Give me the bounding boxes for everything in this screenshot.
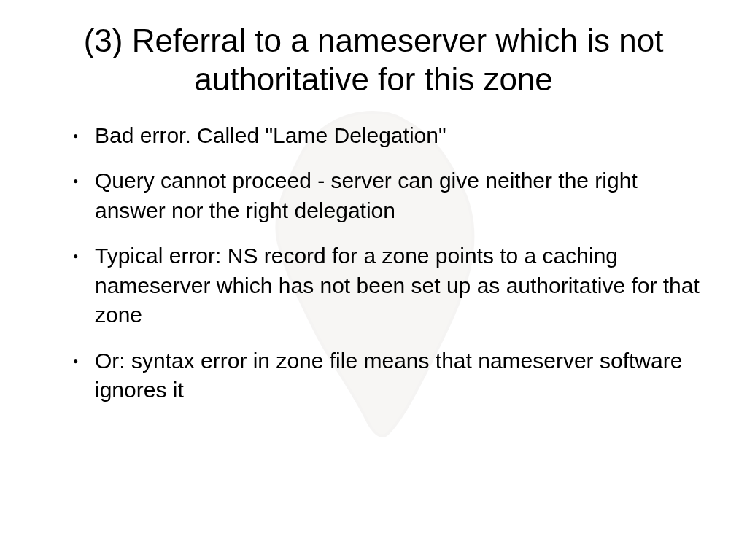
bullet-item: Bad error. Called "Lame Delegation" [73, 121, 703, 151]
bullet-item: Query cannot proceed - server can give n… [73, 166, 703, 225]
bullet-list: Bad error. Called "Lame Delegation" Quer… [44, 121, 703, 405]
slide-content: (3) Referral to a nameserver which is no… [0, 0, 747, 451]
bullet-item: Typical error: NS record for a zone poin… [73, 241, 703, 330]
slide-title: (3) Referral to a nameserver which is no… [44, 22, 703, 99]
bullet-item: Or: syntax error in zone file means that… [73, 346, 703, 405]
